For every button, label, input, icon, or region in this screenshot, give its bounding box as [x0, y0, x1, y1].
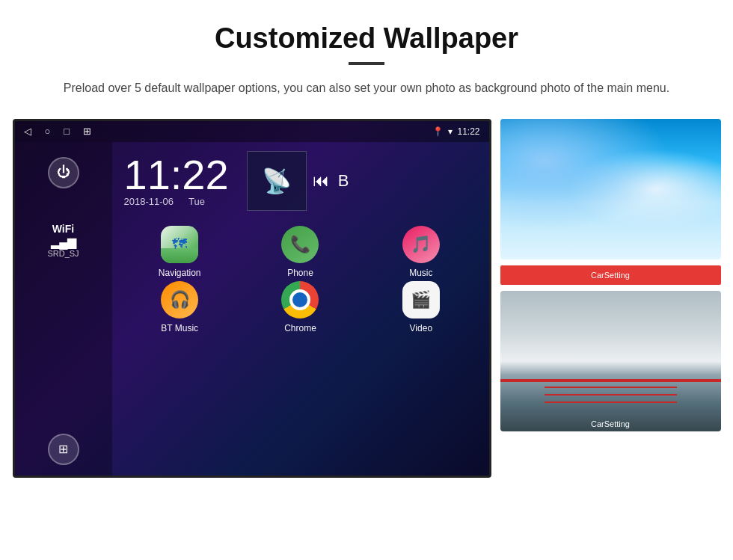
navigation-label: Navigation: [159, 268, 201, 278]
bt-music-label: BT Music: [161, 323, 198, 333]
nav-buttons: ◁ ○ □ ⊞: [24, 126, 92, 137]
nav-home-btn[interactable]: ○: [45, 126, 51, 137]
ice-wallpaper-image: [500, 119, 721, 259]
media-box: 📡: [247, 151, 307, 211]
android-screen: ◁ ○ □ ⊞ 📍 ▾ 11:22 ⏻ WiFi ▂▄▆ SR: [13, 119, 491, 478]
status-time: 11:22: [457, 126, 479, 137]
android-body: ⏻ WiFi ▂▄▆ SRD_SJ ⊞ 11:22: [15, 142, 489, 478]
status-icons: 📍 ▾ 11:22: [432, 126, 479, 137]
phone-icon: 📞: [281, 226, 319, 263]
wifi-status-icon: ▾: [448, 126, 453, 137]
track-label: B: [338, 171, 349, 191]
phone-label: Phone: [287, 268, 313, 278]
app-grid: 🗺 Navigation 📞 Phone 🎵 Music: [112, 220, 489, 339]
wallpaper-thumb-bridge[interactable]: CarSetting: [500, 291, 721, 431]
app-chrome[interactable]: Chrome: [242, 281, 359, 333]
wifi-bars-icon: ▂▄▆: [51, 235, 75, 249]
apps-grid-button[interactable]: ⊞: [48, 434, 79, 465]
bridge-wallpaper-image: CarSetting: [500, 291, 721, 431]
left-sidebar: ⏻ WiFi ▂▄▆ SRD_SJ ⊞: [15, 142, 112, 478]
clock-date-text: 2018-11-06: [124, 196, 174, 207]
apps-grid-icon: ⊞: [58, 442, 68, 456]
android-main: 11:22 2018-11-06 Tue 📡 ⏮ B: [112, 142, 489, 478]
media-controls: ⏮ B: [313, 151, 349, 211]
app-navigation[interactable]: 🗺 Navigation: [121, 226, 239, 278]
clock-block: 11:22 2018-11-06 Tue: [124, 154, 229, 207]
wifi-label: WiFi: [52, 223, 74, 235]
app-music[interactable]: 🎵 Music: [362, 226, 479, 278]
navigation-icon: 🗺: [161, 226, 198, 263]
media-icons-area: 📡 ⏮ B: [247, 151, 349, 211]
nav-back-btn[interactable]: ◁: [24, 126, 31, 137]
bt-music-icon: 🎧: [161, 281, 198, 319]
clock-date: 2018-11-06 Tue: [124, 196, 205, 207]
chrome-icon: [281, 281, 319, 319]
power-icon: ⏻: [57, 164, 70, 180]
car-setting-label: CarSetting: [500, 419, 721, 428]
app-bt-music[interactable]: 🎧 BT Music: [121, 281, 239, 333]
prev-track-icon[interactable]: ⏮: [313, 171, 329, 191]
clock-area: 11:22 2018-11-06 Tue 📡 ⏮ B: [112, 142, 489, 220]
app-video[interactable]: 🎬 Video: [362, 281, 479, 333]
video-label: Video: [410, 323, 432, 333]
antenna-icon: 📡: [262, 167, 292, 195]
clock-display: 11:22: [124, 154, 229, 196]
video-icon: 🎬: [402, 281, 440, 319]
content-area: ◁ ○ □ ⊞ 📍 ▾ 11:22 ⏻ WiFi ▂▄▆ SR: [13, 119, 721, 478]
power-button[interactable]: ⏻: [48, 157, 79, 188]
location-icon: 📍: [432, 126, 444, 137]
app-phone[interactable]: 📞 Phone: [242, 226, 359, 278]
wallpaper-thumbs: CarSetting CarSetting: [500, 119, 721, 431]
wallpaper-thumb-ice[interactable]: [500, 119, 721, 259]
status-bar: ◁ ○ □ ⊞ 📍 ▾ 11:22: [15, 121, 489, 142]
chrome-label: Chrome: [284, 323, 316, 333]
nav-photo-btn[interactable]: ⊞: [83, 126, 91, 137]
nav-square-btn[interactable]: □: [64, 126, 70, 137]
title-divider: [349, 62, 384, 65]
nav-pin-icon: 🗺: [172, 236, 187, 253]
wallpaper-strip: CarSetting: [500, 265, 721, 285]
page-title: Customized Wallpaper: [215, 22, 518, 55]
wifi-block: WiFi ▂▄▆ SRD_SJ: [47, 223, 79, 258]
clock-day-text: Tue: [188, 196, 205, 207]
wifi-network-name: SRD_SJ: [47, 249, 79, 258]
music-icon: 🎵: [402, 226, 440, 263]
strip-label: CarSetting: [591, 271, 630, 280]
page-subtitle: Preload over 5 default wallpaper options…: [64, 79, 669, 98]
music-label: Music: [409, 268, 432, 278]
